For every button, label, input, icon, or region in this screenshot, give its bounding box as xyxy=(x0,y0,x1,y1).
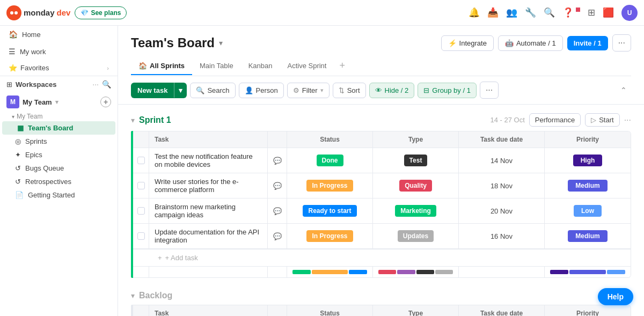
house-icon: 🏠 xyxy=(138,62,147,70)
bth-due: Task due date xyxy=(459,305,545,316)
svg-point-1 xyxy=(14,11,18,14)
chat-icon[interactable]: 💬 xyxy=(273,207,282,215)
search-button[interactable]: 🔍 Search xyxy=(190,83,235,98)
bell-icon[interactable]: 🔔 xyxy=(469,7,480,18)
hide-button[interactable]: 👁 Hide / 2 xyxy=(369,83,415,98)
more-icon[interactable]: ··· xyxy=(92,80,99,89)
people-icon[interactable]: 👥 xyxy=(506,7,517,18)
chat-icon[interactable]: 💬 xyxy=(273,232,282,240)
see-plans-button[interactable]: 💎 See plans xyxy=(75,6,127,19)
sidebar-item-retrospectives[interactable]: ↺ Retrospectives xyxy=(0,175,118,188)
sprint1-section: ▾ Sprint 1 14 - 27 Oct Performance ▷ Sta… xyxy=(131,113,631,278)
tab-active-sprint[interactable]: Active Sprint xyxy=(280,57,334,75)
person-button[interactable]: 👤 Person xyxy=(239,83,284,98)
diamond-icon: 💎 xyxy=(80,9,89,17)
help-icon[interactable]: ❓ xyxy=(562,7,574,18)
add-tab-button[interactable]: + xyxy=(334,56,350,76)
sidebar-item-sprints[interactable]: ◎ Sprints xyxy=(0,135,118,148)
sidebar-item-getting-started[interactable]: 📄 Getting Started xyxy=(0,188,118,202)
sidebar-item-home[interactable]: 🏠 Home xyxy=(0,26,118,43)
sidebar-item-bugs-queue[interactable]: ↺ Bugs Queue xyxy=(0,161,118,175)
group-by-button[interactable]: ⊟ Group by / 1 xyxy=(418,83,477,98)
sprint1-more-icon[interactable]: ··· xyxy=(624,115,631,125)
apps-icon[interactable]: 🔧 xyxy=(525,7,536,18)
inbox-icon[interactable]: 📥 xyxy=(487,7,499,18)
chat-icon[interactable]: 💬 xyxy=(273,157,282,165)
title-dropdown-icon[interactable]: ▾ xyxy=(219,39,223,47)
avatar[interactable]: U xyxy=(621,5,638,21)
page-title: Team's Board xyxy=(131,35,215,50)
sidebar-item-my-work[interactable]: ☰ My work xyxy=(0,43,118,60)
start-button[interactable]: ▷ Start xyxy=(585,113,619,127)
integrate-button[interactable]: ⚡ Integrate xyxy=(441,35,494,51)
header-more-button[interactable]: ··· xyxy=(612,34,631,52)
toolbar-more-button[interactable]: ··· xyxy=(480,82,499,99)
sprint1-table-header: Task Status Type Task due date Priority xyxy=(133,131,631,148)
color-summary-row xyxy=(133,266,631,277)
search-small-icon[interactable]: 🔍 xyxy=(102,80,111,89)
workspaces-row[interactable]: ⊞ Workspaces ··· 🔍 xyxy=(0,76,118,92)
type-badge[interactable]: Updates xyxy=(398,230,434,242)
invite-button[interactable]: Invite / 1 xyxy=(567,36,608,50)
chat-icon[interactable]: 💬 xyxy=(273,182,282,190)
priority-badge[interactable]: Medium xyxy=(568,230,607,242)
row-checkbox[interactable] xyxy=(137,182,145,189)
backlog-collapse-icon[interactable]: ▾ xyxy=(131,291,135,300)
grid-small-icon: ⊞ xyxy=(6,80,12,89)
sidebar-item-favorites[interactable]: ⭐ Favorites › xyxy=(0,60,118,76)
tab-main-table[interactable]: Main Table xyxy=(192,57,241,75)
filter-button[interactable]: ⚙ Filter ▾ xyxy=(287,83,330,98)
sort-button[interactable]: ⇅ Sort xyxy=(333,83,366,98)
status-badge[interactable]: In Progress xyxy=(306,180,353,192)
tab-kanban[interactable]: Kanban xyxy=(241,57,280,75)
status-badge[interactable]: Ready to start xyxy=(303,205,356,217)
collapse-button[interactable]: ⌃ xyxy=(616,83,631,98)
status-badge[interactable]: Done xyxy=(317,155,343,166)
performance-button[interactable]: Performance xyxy=(529,113,581,127)
group-icon: ⊟ xyxy=(423,86,429,94)
sidebar-item-epics[interactable]: ✦ Epics xyxy=(0,148,118,161)
new-task-arrow-icon[interactable]: ▾ xyxy=(174,83,187,98)
my-team-group-label: ▾ My Team xyxy=(0,111,118,121)
chevron-down-icon: ▾ xyxy=(55,99,58,106)
bth-priority: Priority xyxy=(545,305,631,316)
backlog-section: ▾ Backlog Task Status Type Task due da xyxy=(131,291,631,316)
row-checkbox[interactable] xyxy=(137,157,145,164)
type-badge[interactable]: Test xyxy=(404,155,428,166)
tab-all-sprints[interactable]: 🏠 All Sprints xyxy=(131,57,192,75)
status-badge[interactable]: In Progress xyxy=(306,230,353,242)
new-task-label: New task xyxy=(131,83,174,98)
brand-icon[interactable]: 🟥 xyxy=(603,7,614,18)
help-button[interactable]: Help xyxy=(598,288,633,305)
th-task: Task xyxy=(149,131,268,148)
add-team-button[interactable]: + xyxy=(100,97,111,107)
add-task-row[interactable]: + + Add task xyxy=(133,249,631,266)
type-badge[interactable]: Marketing xyxy=(395,205,436,217)
svg-point-0 xyxy=(10,11,13,14)
logo-dev: dev xyxy=(57,8,71,17)
grid-icon[interactable]: ⊞ xyxy=(588,7,595,18)
task-name: Write user stories for the e-commerce pl… xyxy=(155,178,262,194)
dot-indicator xyxy=(576,8,580,12)
row-checkbox[interactable] xyxy=(137,207,145,215)
hide-icon: 👁 xyxy=(375,86,382,94)
table-row: Test the new notification feature on mob… xyxy=(133,148,631,173)
row-checkbox[interactable] xyxy=(137,232,145,240)
sprint1-collapse-icon[interactable]: ▾ xyxy=(131,116,135,124)
priority-badge[interactable]: High xyxy=(573,155,603,166)
priority-badge[interactable]: Medium xyxy=(568,180,607,192)
search-icon[interactable]: 🔍 xyxy=(544,7,555,18)
content-header: Team's Board ▾ ⚡ Integrate 🤖 Automate / … xyxy=(118,26,644,76)
logo[interactable]: monday dev xyxy=(6,5,70,20)
sprint-icon: ◎ xyxy=(15,137,21,145)
workspaces-label: Workspaces xyxy=(16,80,92,89)
priority-badge[interactable]: Low xyxy=(574,205,602,217)
sidebar-item-teams-board[interactable]: ▦ Team's Board xyxy=(2,121,115,135)
board-icon: ▦ xyxy=(17,124,24,132)
automate-button[interactable]: 🤖 Automate / 1 xyxy=(498,35,563,51)
top-nav-icons: 🔔 📥 👥 🔧 🔍 ❓ ⊞ 🟥 U xyxy=(469,5,638,21)
type-badge[interactable]: Quality xyxy=(399,180,432,192)
bth-task: Task xyxy=(149,305,268,316)
new-task-button[interactable]: New task ▾ xyxy=(131,83,187,98)
my-team-header[interactable]: M My Team ▾ + xyxy=(0,92,118,111)
